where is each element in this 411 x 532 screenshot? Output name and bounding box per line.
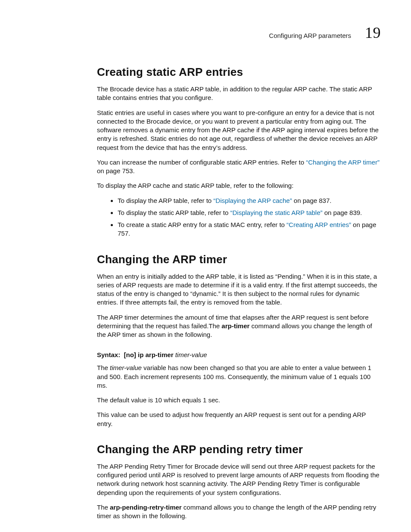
list-item: To create a static ARP entry for a stati… [118, 221, 381, 238]
chapter-number: 19 [365, 24, 381, 42]
text-run: To display the ARP table, refer to [118, 197, 213, 204]
syntax-variable: timer-value [175, 351, 207, 358]
text-run: To display the static ARP table, refer t… [118, 209, 230, 216]
text-run: To create a static ARP entry for a stati… [118, 221, 286, 228]
text-run: on page 839. [323, 209, 362, 216]
body-text: The Brocade device has a static ARP tabl… [97, 85, 381, 103]
command-name: arp-timer [221, 322, 249, 330]
body-text: The arp-pending-retry-timer command allo… [97, 503, 381, 521]
body-text: You can increase the number of configura… [97, 158, 381, 176]
heading-creating-static-arp-entries: Creating static ARP entries [97, 65, 381, 79]
text-run: You can increase the number of configura… [97, 159, 306, 166]
body-text: This value can be used to adjust how fre… [97, 411, 381, 428]
heading-changing-arp-pending-retry-timer: Changing the ARP pending retry timer [97, 443, 381, 456]
body-text: When an entry is initially added to the … [97, 272, 381, 307]
bullet-list: To display the ARP table, refer to “Disp… [97, 196, 381, 238]
command-name: arp-pending-retry-timer [110, 504, 182, 511]
variable-name: timer-value [110, 364, 142, 371]
heading-changing-arp-timer: Changing the ARP timer [97, 253, 381, 266]
body-text: To display the ARP cache and static ARP … [97, 181, 381, 190]
page: Configuring ARP parameters 19 Creating s… [0, 0, 411, 532]
link-displaying-arp-cache[interactable]: “Displaying the ARP cache” [213, 197, 292, 204]
syntax-label: Syntax: [97, 351, 120, 358]
text-run: The [97, 504, 110, 511]
running-header: Configuring ARP parameters 19 [97, 24, 381, 42]
running-title: Configuring ARP parameters [269, 32, 351, 39]
link-displaying-static-arp-table[interactable]: “Displaying the static ARP table” [230, 209, 323, 216]
text-run: on page 837. [292, 197, 332, 204]
syntax-body: [no] ip arp-timer [124, 351, 174, 358]
link-changing-arp-timer[interactable]: “Changing the ARP timer” [306, 159, 380, 166]
body-text: The ARP timer determines the amount of t… [97, 313, 381, 339]
body-text: The timer-value variable has now been ch… [97, 364, 381, 390]
list-item: To display the static ARP table, refer t… [118, 208, 381, 217]
body-text: The ARP Pending Retry Timer for Brocade … [97, 462, 381, 497]
text-run: on page 753. [97, 167, 135, 174]
syntax-line: Syntax: [no] ip arp-timer timer-value [97, 351, 381, 358]
text-run: The [97, 364, 110, 371]
body-text: Static entries are useful in cases where… [97, 109, 381, 152]
body-text: The default value is 10 which equals 1 s… [97, 396, 381, 404]
link-creating-arp-entries[interactable]: “Creating ARP entries” [286, 221, 351, 228]
list-item: To display the ARP table, refer to “Disp… [118, 196, 381, 205]
